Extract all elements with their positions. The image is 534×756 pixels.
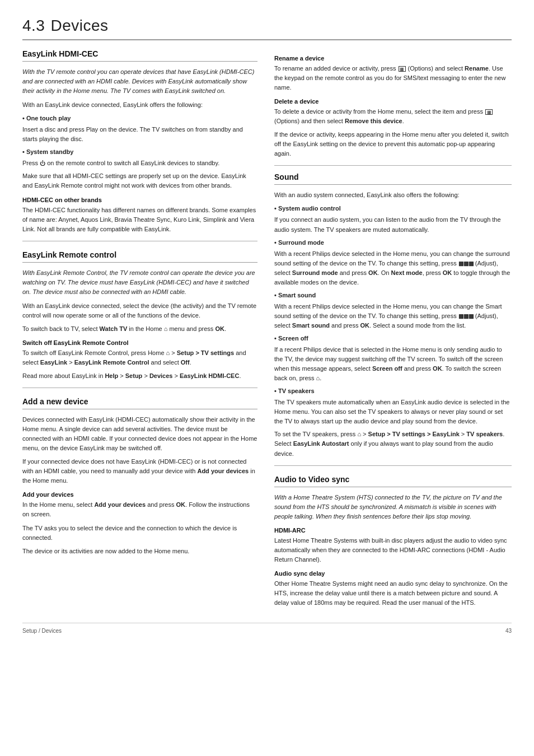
bullet-screen-off-title: • Screen off	[274, 335, 308, 342]
bullet-one-touch-play-body: Insert a disc and press Play on the devi…	[22, 125, 257, 144]
bullet-surround-mode-body: With a recent Philips device selected in…	[274, 249, 512, 287]
page-title: 4.3Devices	[22, 17, 512, 40]
bullet-system-audio-body: If you connect an audio system, you can …	[274, 215, 512, 234]
adjust-icon: ▩▩▩	[458, 259, 474, 268]
home-icon	[164, 325, 168, 332]
rename-device-body: To rename an added device or activity, p…	[274, 64, 512, 92]
ok-label-6: OK	[433, 365, 442, 372]
off-label: Off	[181, 359, 190, 366]
easylink-hdmi-heading: EasyLink HDMI-CEC	[22, 49, 257, 62]
screen-off-label: Screen off	[372, 365, 402, 372]
easylink-hdmi-intro: With an EasyLink device connected, EasyL…	[22, 100, 257, 110]
bullet-smart-sound: • Smart sound With a recent Philips devi…	[274, 291, 512, 330]
smart-sound-label: Smart sound	[292, 322, 330, 329]
left-column: EasyLink HDMI-CEC With the TV remote con…	[22, 49, 257, 612]
setup-label: Setup > TV settings	[177, 349, 234, 356]
hdmi-cec-brands-heading: HDMI-CEC on other brands	[22, 197, 257, 203]
watch-tv-label: Watch TV	[100, 325, 128, 332]
home-icon-4	[357, 431, 361, 437]
add-your-devices-bold: Add your devices	[94, 501, 146, 508]
sound-heading: Sound	[274, 172, 512, 185]
bullet-screen-off: • Screen off If a recent Philips device …	[274, 334, 512, 383]
delete-device-body: To delete a device or activity from the …	[274, 107, 512, 126]
setup-label-2: Setup	[125, 372, 143, 379]
audio-video-sync-heading: Audio to Video sync	[274, 475, 512, 487]
devices-label: Devices	[149, 372, 173, 379]
add-your-devices-para3: The device or its activities are now add…	[22, 547, 257, 556]
hdmi-cec-brands-body: The HDMI-CEC functionality has different…	[22, 206, 257, 234]
easylink-hdmi-cec-label: EasyLink HDMI-CEC	[180, 372, 239, 379]
bullet-system-standby-title: • System standby	[22, 148, 73, 155]
bullet-system-standby: • System standby Press on the remote con…	[22, 147, 257, 168]
tv-speakers-note: To set the TV speakers, press > Setup > …	[274, 430, 512, 458]
footer: Setup / Devices 43	[22, 623, 512, 634]
bullet-surround-mode: • Surround mode With a recent Philips de…	[274, 238, 512, 287]
rename-device-heading: Rename a device	[274, 55, 512, 62]
bullet-tv-speakers-title: • TV speakers	[274, 388, 315, 394]
bullet-tv-speakers: • TV speakers The TV speakers mute autom…	[274, 386, 512, 426]
make-sure-text: Make sure that all HDMI-CEC settings are…	[22, 171, 257, 190]
easylink-remote-intro: With EasyLink Remote Control, the TV rem…	[22, 268, 257, 297]
adjust-icon-2: ▩▩▩	[458, 312, 474, 321]
bullet-system-audio: • System audio control If you connect an…	[274, 204, 512, 234]
ok-label-2: OK	[176, 501, 186, 508]
bullet-smart-sound-body: With a recent Philips device selected in…	[274, 302, 512, 330]
options-icon: ▦	[399, 66, 406, 72]
divider-3	[274, 165, 512, 166]
right-column: Rename a device To rename an added devic…	[274, 49, 512, 612]
switch-off-heading: Switch off EasyLink Remote Control	[22, 339, 257, 346]
bullet-one-touch-play: • One touch play Insert a disc and press…	[22, 114, 257, 144]
audio-sync-delay-body: Other Home Theatre Systems might need an…	[274, 579, 512, 608]
home-icon-3	[316, 375, 320, 381]
bullet-system-audio-title: • System audio control	[274, 205, 341, 212]
easylink-label: EasyLink	[40, 359, 67, 366]
options-icon-2: ▦	[485, 109, 493, 115]
divider-2	[22, 388, 257, 388]
easylink-remote-heading: EasyLink Remote control	[22, 250, 257, 263]
tv-speakers-label: TV speakers	[466, 431, 503, 437]
remove-device-label: Remove this device	[345, 118, 402, 124]
easylink-autostart-label: EasyLink Autostart	[293, 440, 349, 447]
easylink-hdmi-intro-italic: With the TV remote control you can opera…	[22, 67, 257, 96]
add-your-devices-label: Add your devices	[197, 468, 249, 474]
easylink-remote-para1: With an EasyLink device connected, selec…	[22, 301, 257, 320]
help-label: Help	[105, 372, 118, 379]
audio-video-sync-intro: With a Home Theatre System (HTS) connect…	[274, 493, 512, 521]
ok-label-1: OK	[215, 325, 224, 332]
bullet-smart-sound-title: • Smart sound	[274, 292, 316, 298]
power-icon	[40, 160, 45, 166]
footer-right: 43	[505, 628, 512, 634]
bullet-surround-mode-title: • Surround mode	[274, 239, 324, 246]
add-new-device-para2: If your connected device does not have E…	[22, 457, 257, 486]
switch-off-body: To switch off EasyLink Remote Control, p…	[22, 348, 257, 367]
rename-label: Rename	[465, 65, 489, 72]
divider-4	[274, 465, 512, 466]
add-new-device-heading: Add a new device	[22, 397, 257, 409]
sound-intro: With an audio system connected, EasyLink…	[274, 190, 512, 200]
home-icon-2	[166, 349, 170, 356]
add-your-devices-para1: In the Home menu, select Add your device…	[22, 500, 257, 519]
add-new-device-para1: Devices connected with EasyLink (HDMI-CE…	[22, 415, 257, 453]
divider-1	[22, 241, 257, 241]
next-mode-label: Next mode	[391, 269, 422, 276]
hdmi-arc-body: Latest Home Theatre Systems with built-i…	[274, 536, 512, 564]
add-your-devices-heading: Add your devices	[22, 491, 257, 498]
hdmi-arc-heading: HDMI-ARC	[274, 527, 512, 534]
footer-left: Setup / Devices	[22, 628, 62, 634]
surround-mode-label: Surround mode	[292, 269, 338, 276]
ok-label-5: OK	[360, 322, 369, 329]
section-number: 4.3	[22, 17, 45, 34]
delete-device-para2: If the device or activity, keeps appeari…	[274, 130, 512, 158]
bullet-system-standby-body: Press on the remote control to switch al…	[22, 158, 257, 168]
bullet-screen-off-body: If a recent Philips device that is selec…	[274, 345, 512, 383]
easylink-remote-para2: To switch back to TV, select Watch TV in…	[22, 324, 257, 334]
read-more-text: Read more about EasyLink in Help > Setup…	[22, 371, 257, 381]
easylink-remote-label: EasyLink Remote Control	[74, 359, 149, 366]
bullet-tv-speakers-body: The TV speakers mute automatically when …	[274, 398, 512, 426]
ok-label-3: OK	[368, 269, 378, 276]
audio-sync-delay-heading: Audio sync delay	[274, 570, 512, 577]
add-your-devices-para2: The TV asks you to select the device and…	[22, 524, 257, 543]
ok-label-4: OK	[443, 269, 452, 276]
setup-tv-settings-label: Setup > TV settings > EasyLink	[368, 431, 460, 437]
delete-device-heading: Delete a device	[274, 98, 512, 105]
